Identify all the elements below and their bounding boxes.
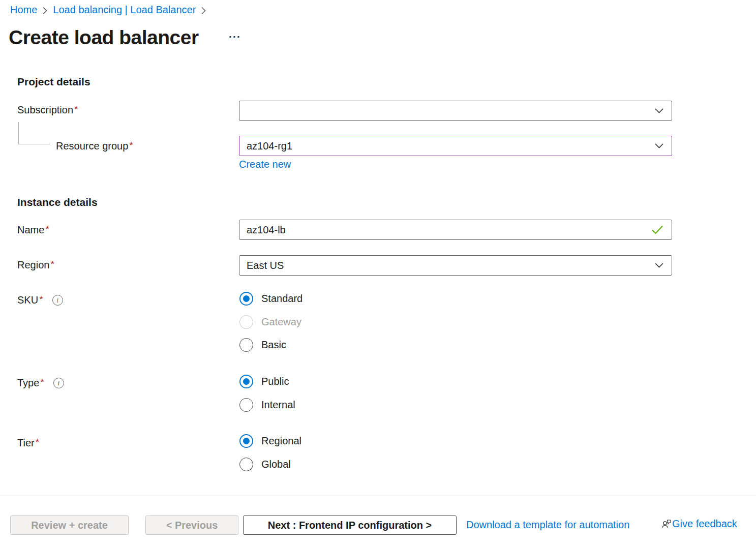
- region-label: Region*: [17, 259, 54, 271]
- name-input[interactable]: [247, 220, 651, 239]
- tier-label: Tier*: [17, 437, 39, 449]
- create-new-link[interactable]: Create new: [239, 159, 291, 170]
- radio-label: Basic: [261, 339, 286, 351]
- required-asterisk: *: [50, 259, 54, 269]
- review-create-button: Review + create: [10, 515, 129, 535]
- page-title: Create load balancer: [9, 26, 199, 49]
- required-asterisk: *: [129, 140, 133, 150]
- sku-option-basic[interactable]: Basic: [239, 338, 286, 352]
- field-connector-line: [18, 144, 50, 144]
- radio-label: Public: [261, 376, 289, 387]
- radio-label: Global: [261, 459, 291, 470]
- more-options-icon[interactable]: ···: [229, 32, 241, 42]
- breadcrumb: Home Load balancing | Load Balancer: [10, 4, 206, 16]
- type-option-internal[interactable]: Internal: [239, 398, 295, 412]
- tier-option-global[interactable]: Global: [239, 457, 291, 471]
- next-frontend-ip-button[interactable]: Next : Frontend IP configuration >: [243, 515, 457, 535]
- chevron-right-icon: [43, 6, 47, 15]
- radio-selected-icon: [239, 292, 253, 306]
- radio-unselected-icon: [239, 398, 253, 412]
- resource-group-dropdown[interactable]: az104-rg1: [239, 136, 672, 156]
- chevron-down-icon: [655, 143, 663, 148]
- breadcrumb-home-link[interactable]: Home: [10, 4, 37, 16]
- sku-label-text: SKU: [17, 294, 38, 306]
- tier-label-text: Tier: [17, 437, 35, 448]
- region-dropdown[interactable]: East US: [239, 255, 672, 276]
- radio-selected-icon: [239, 434, 253, 448]
- previous-button: < Previous: [145, 515, 238, 535]
- name-input-wrapper: [239, 220, 672, 240]
- radio-selected-icon: [239, 375, 253, 388]
- footer-divider: [0, 496, 756, 496]
- breadcrumb-load-balancing-link[interactable]: Load balancing | Load Balancer: [53, 4, 196, 16]
- subscription-label: Subscription*: [17, 104, 78, 116]
- required-asterisk: *: [74, 104, 78, 114]
- create-load-balancer-page: Home Load balancing | Load Balancer Crea…: [0, 0, 756, 546]
- chevron-down-icon: [655, 263, 663, 268]
- region-value: East US: [247, 260, 284, 271]
- required-asterisk: *: [40, 377, 44, 387]
- required-asterisk: *: [36, 437, 39, 447]
- region-label-text: Region: [17, 259, 49, 270]
- radio-label: Regional: [261, 435, 301, 447]
- chevron-down-icon: [655, 108, 663, 113]
- required-asterisk: *: [39, 294, 43, 305]
- info-icon[interactable]: i: [52, 295, 63, 306]
- give-feedback-wrapper[interactable]: Give feedback: [661, 518, 737, 530]
- sku-option-standard[interactable]: Standard: [239, 291, 303, 306]
- feedback-icon: [661, 519, 672, 529]
- subscription-label-text: Subscription: [17, 104, 73, 115]
- radio-unselected-icon: [239, 458, 253, 471]
- field-connector-line: [18, 122, 19, 144]
- info-icon[interactable]: i: [53, 378, 64, 388]
- required-asterisk: *: [45, 224, 49, 234]
- resource-group-label-text: Resource group: [56, 140, 128, 151]
- instance-details-heading: Instance details: [17, 196, 98, 208]
- resource-group-value: az104-rg1: [247, 140, 292, 152]
- radio-label: Internal: [261, 399, 295, 411]
- radio-unselected-icon: [239, 338, 253, 352]
- radio-disabled-icon: [239, 315, 253, 329]
- sku-label: SKU* i: [17, 294, 63, 306]
- type-label: Type* i: [17, 377, 64, 389]
- name-label-text: Name: [17, 224, 44, 235]
- resource-group-label: Resource group*: [56, 140, 133, 152]
- download-template-link[interactable]: Download a template for automation: [466, 519, 629, 531]
- subscription-dropdown[interactable]: [239, 101, 672, 121]
- sku-option-gateway: Gateway: [239, 315, 301, 329]
- name-label: Name*: [17, 224, 49, 236]
- project-details-heading: Project details: [17, 76, 90, 88]
- type-option-public[interactable]: Public: [239, 374, 289, 388]
- tier-option-regional[interactable]: Regional: [239, 434, 301, 448]
- type-label-text: Type: [17, 377, 39, 388]
- give-feedback-link[interactable]: Give feedback: [672, 518, 737, 530]
- chevron-right-icon: [201, 6, 206, 15]
- radio-label: Gateway: [261, 316, 301, 328]
- valid-checkmark-icon: [651, 225, 663, 234]
- radio-label: Standard: [261, 293, 303, 305]
